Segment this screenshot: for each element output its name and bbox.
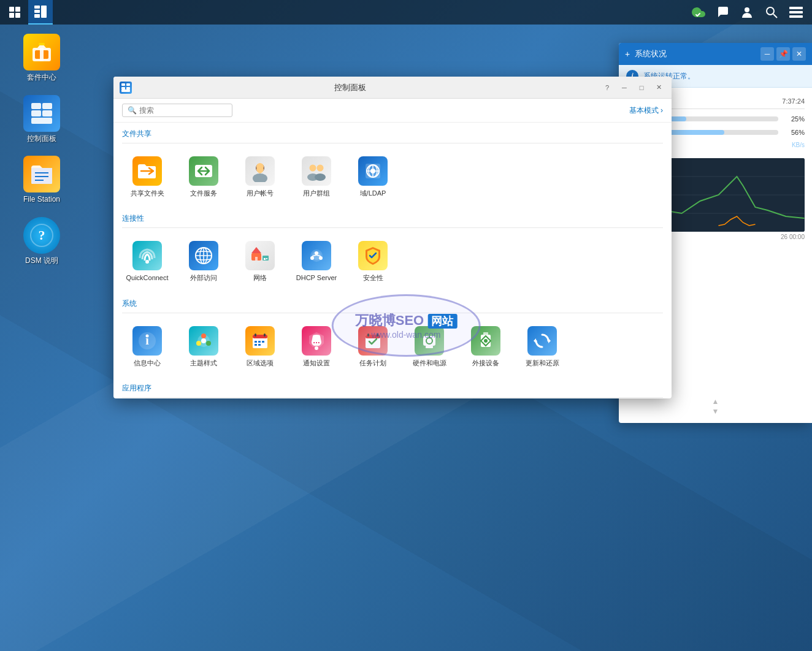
app-user-group-label: 用户群组 (303, 189, 330, 197)
svg-point-62 (310, 256, 314, 260)
svg-marker-98 (534, 338, 536, 343)
app-external-devices[interactable]: 外接设备 (461, 322, 511, 371)
app-dhcp-server[interactable]: DHCP Server (291, 237, 342, 286)
cloud-status-icon[interactable] (687, 1, 709, 23)
scroll-up-btn[interactable]: ▲ (712, 397, 719, 406)
scroll-down-btn[interactable]: ▼ (712, 407, 719, 416)
system-grid: i 信息中心 (122, 319, 663, 374)
app-external-access[interactable]: 外部访问 (178, 237, 229, 286)
search-icon: 🔍 (128, 106, 137, 115)
panel-close-btn[interactable]: ✕ (792, 47, 806, 61)
app-shared-folder-label: 共享文件夹 (131, 189, 164, 197)
svg-point-68 (146, 334, 149, 337)
svg-point-63 (319, 256, 323, 260)
app-quickconnect-label: QuickConnect (126, 273, 168, 282)
search-taskbar-icon[interactable] (760, 1, 783, 23)
app-security-label: 安全性 (363, 273, 383, 282)
app-shared-folder[interactable]: 共享文件夹 (122, 153, 172, 201)
app-dhcp-server-label: DHCP Server (296, 273, 337, 282)
app-user-account[interactable]: 用户帐号 (235, 153, 285, 201)
svg-rect-2 (9, 13, 14, 18)
svg-rect-7 (41, 6, 47, 18)
window-maximize-btn[interactable]: □ (635, 81, 648, 94)
svg-marker-54 (251, 247, 261, 253)
sys-panel-title: 系统状况 (635, 48, 667, 59)
basic-mode-link[interactable]: 基本模式 › (629, 105, 663, 116)
app-external-devices-label: 外接设备 (472, 359, 499, 367)
svg-rect-82 (258, 344, 261, 346)
desktop-icon-dsm-help[interactable]: ? DSM 说明 (17, 217, 66, 266)
app-update-restore-label: 更新和还原 (526, 359, 559, 367)
window-content: 文件共享 共享文件夹 (113, 123, 672, 398)
chat-icon[interactable] (711, 1, 733, 23)
app-notification[interactable]: … 通知设置 (291, 322, 342, 371)
svg-rect-20 (42, 103, 52, 109)
taskbar (0, 0, 812, 25)
desktop-icon-file-station[interactable]: File Station (17, 156, 66, 205)
app-hardware-power[interactable]: 硬件和电源 (404, 322, 454, 371)
app-theme[interactable]: 主题样式 (178, 322, 229, 371)
svg-point-38 (310, 165, 316, 172)
window-minimize-btn[interactable]: ─ (618, 81, 631, 94)
app-info-center[interactable]: i 信息中心 (122, 322, 172, 371)
app-user-group[interactable]: 用户群组 (291, 153, 342, 201)
svg-point-71 (196, 341, 201, 346)
app-regional[interactable]: 区域选项 (235, 322, 285, 371)
memory-bar-container (656, 130, 778, 135)
taskbar-active-app[interactable] (28, 0, 53, 25)
app-domain-ldap[interactable]: 域/LDAP (348, 153, 398, 201)
svg-rect-1 (15, 7, 20, 12)
app-task-scheduler[interactable]: 任务计划 (348, 322, 398, 371)
svg-point-41 (315, 173, 326, 181)
window-title-text: 控制面板 (137, 82, 564, 93)
svg-rect-81 (255, 344, 257, 346)
app-info-center-label: 信息中心 (134, 359, 161, 367)
svg-rect-76 (255, 333, 256, 337)
search-input[interactable] (139, 106, 227, 115)
desktop-icon-package-center[interactable]: 套件中心 (17, 34, 66, 83)
svg-point-70 (201, 333, 206, 338)
menu-icon[interactable] (785, 1, 807, 23)
svg-rect-5 (34, 10, 40, 13)
search-box[interactable]: 🔍 (122, 104, 232, 117)
app-theme-label: 主题样式 (190, 359, 217, 367)
svg-rect-6 (34, 14, 40, 18)
svg-rect-22 (42, 110, 52, 116)
app-quickconnect[interactable]: QuickConnect (122, 237, 172, 286)
desktop-icon-control-panel[interactable]: 控制面板 (17, 95, 66, 144)
section-connectivity-header: 连接性 (122, 207, 663, 228)
app-network[interactable]: 网络 (235, 237, 285, 286)
desktop-icon-dsm-help-label: DSM 说明 (25, 256, 58, 266)
taskbar-left (0, 0, 55, 25)
cpu-value: 25% (783, 115, 805, 123)
window-question-btn[interactable]: ? (600, 81, 614, 94)
svg-rect-88 (377, 333, 378, 337)
plus-icon[interactable]: + (625, 49, 630, 59)
app-update-restore[interactable]: 更新和还原 (517, 322, 567, 371)
svg-rect-58 (266, 258, 267, 259)
section-applications-header: 应用程序 (122, 377, 663, 398)
svg-point-8 (745, 7, 749, 12)
app-security[interactable]: 安全性 (348, 237, 398, 286)
svg-rect-87 (367, 333, 369, 337)
cpu-bar-container (656, 116, 778, 121)
svg-marker-97 (548, 338, 551, 343)
apps-grid-button[interactable] (2, 0, 27, 25)
desktop-icons-container: 套件中心 控制面板 (17, 34, 66, 265)
desktop-icon-file-station-label: File Station (23, 195, 60, 205)
panel-header-btns: ─ 📌 ✕ (760, 47, 806, 61)
panel-minimize-btn[interactable]: ─ (760, 47, 774, 61)
svg-rect-78 (255, 341, 257, 343)
window-titlebar: 控制面板 ? ─ □ ✕ (113, 77, 672, 99)
svg-rect-0 (9, 7, 14, 12)
user-icon[interactable] (736, 1, 758, 23)
app-notification-label: 通知设置 (303, 359, 330, 367)
network-speed-label: KB/s (792, 142, 805, 148)
app-user-account-label: 用户帐号 (247, 189, 274, 197)
svg-text:?: ? (39, 227, 45, 243)
window-close-btn[interactable]: ✕ (652, 81, 665, 94)
svg-rect-32 (126, 87, 130, 89)
panel-pin-btn[interactable]: 📌 (776, 47, 790, 61)
app-file-service[interactable]: 文件服务 (178, 153, 229, 201)
svg-rect-31 (121, 87, 125, 89)
